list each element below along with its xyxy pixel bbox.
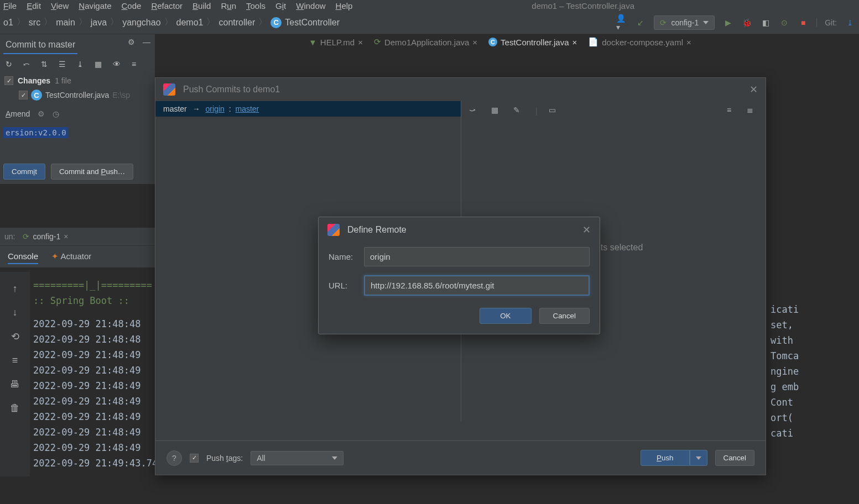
toolbar: o1〉 src〉 main〉 java〉 yangchao〉 demo1〉 co… bbox=[0, 11, 859, 34]
print-icon[interactable]: 🖶 bbox=[10, 379, 20, 390]
coverage-icon[interactable]: ◧ bbox=[760, 17, 771, 28]
define-remote-dialog: Define Remote ✕ Name: URL: OK Cancel bbox=[318, 217, 600, 334]
editor-tabs: ▼HELP.md× ⟳Demo1Application.java× CTestC… bbox=[303, 34, 697, 50]
update-project-icon[interactable]: ⤓ bbox=[845, 17, 856, 28]
wrap-icon[interactable]: ⟲ bbox=[11, 330, 19, 343]
tab-demo1app[interactable]: ⟳Demo1Application.java× bbox=[368, 35, 483, 49]
menu-tools[interactable]: Tools bbox=[246, 1, 265, 11]
debug-icon[interactable]: 🐞 bbox=[741, 17, 752, 28]
version-text: ersion:v2.0.0 bbox=[3, 127, 69, 138]
changelist-icon[interactable]: ☰ bbox=[59, 60, 66, 69]
menu-help[interactable]: Help bbox=[336, 1, 353, 11]
close-icon[interactable]: ✕ bbox=[749, 83, 758, 96]
close-icon[interactable]: × bbox=[358, 38, 363, 47]
name-label: Name: bbox=[329, 252, 357, 261]
changes-checkbox[interactable]: ✓ bbox=[4, 76, 13, 85]
stop-icon[interactable]: ■ bbox=[798, 17, 809, 28]
class-file-icon: C bbox=[31, 90, 42, 101]
run-config-selector[interactable]: ⟳ config-1 bbox=[654, 15, 715, 30]
console-tab[interactable]: Console bbox=[8, 249, 38, 264]
down-icon[interactable]: ↓ bbox=[13, 307, 18, 318]
tab-docker[interactable]: 📄docker-compose.yaml× bbox=[582, 35, 696, 49]
commit-button[interactable]: Commit bbox=[3, 164, 45, 180]
rollback-icon[interactable]: ⤺ bbox=[23, 60, 30, 69]
commit-push-button[interactable]: Commit and Push… bbox=[51, 164, 133, 180]
up-icon[interactable]: ↑ bbox=[13, 283, 18, 295]
hammer-icon[interactable]: ↙ bbox=[635, 17, 646, 28]
remote-branch-link[interactable]: master bbox=[236, 104, 259, 113]
group-icon[interactable]: ▦ bbox=[491, 106, 502, 117]
file-checkbox[interactable]: ✓ bbox=[19, 91, 28, 99]
name-input[interactable] bbox=[364, 247, 590, 266]
console-gutter: ↑ ↓ ⟲ ≡ 🖶 🗑 bbox=[0, 272, 30, 476]
cancel-button[interactable]: Cancel bbox=[715, 450, 755, 466]
close-icon[interactable]: × bbox=[472, 38, 477, 47]
push-tags-select[interactable]: All bbox=[251, 451, 343, 465]
close-icon[interactable]: × bbox=[686, 38, 691, 47]
expand-all-icon[interactable]: ≡ bbox=[727, 106, 738, 117]
menu-code[interactable]: Code bbox=[122, 1, 142, 11]
breadcrumb[interactable]: o1〉 src〉 main〉 java〉 yangchao〉 demo1〉 co… bbox=[3, 17, 340, 28]
menu-refactor[interactable]: Refactor bbox=[151, 1, 183, 11]
class-icon: C bbox=[270, 17, 282, 28]
menu-edit[interactable]: Edit bbox=[27, 1, 41, 11]
menu-build[interactable]: Build bbox=[192, 1, 211, 11]
history-icon[interactable]: ◷ bbox=[53, 109, 59, 118]
user-icon[interactable]: 👤▾ bbox=[616, 17, 627, 28]
branch-row[interactable]: master → origin : master bbox=[155, 101, 461, 117]
define-remote-title-bar[interactable]: Define Remote ✕ bbox=[319, 217, 600, 243]
menu-file[interactable]: FFileile bbox=[3, 1, 17, 11]
cherry-pick-icon[interactable]: ⤻ bbox=[469, 106, 480, 117]
preview-icon[interactable]: ▭ bbox=[549, 106, 560, 117]
url-input[interactable] bbox=[364, 275, 590, 296]
intellij-icon bbox=[327, 224, 340, 236]
ok-button[interactable]: OK bbox=[480, 308, 531, 324]
menu-view[interactable]: View bbox=[51, 1, 69, 11]
amend-label[interactable]: Amend bbox=[6, 109, 30, 118]
commit-panel: Commit to master ⚙ — ↻ ⤺ ⇅ ☰ ⤓ ▦ 👁 ≡ ✓ C… bbox=[0, 34, 155, 184]
clear-icon[interactable]: 🗑 bbox=[10, 402, 20, 414]
gear-icon[interactable]: ⚙ bbox=[128, 38, 135, 46]
push-tags-checkbox[interactable]: ✓ bbox=[190, 454, 199, 463]
menu-window[interactable]: Window bbox=[296, 1, 325, 11]
git-label: Git: bbox=[816, 18, 837, 27]
changes-row[interactable]: ✓ Changes 1 file bbox=[3, 74, 152, 87]
group-icon[interactable]: ▦ bbox=[95, 60, 102, 69]
window-title: demo1 – TestController.java bbox=[532, 1, 634, 11]
close-icon[interactable]: × bbox=[572, 38, 577, 47]
diff-icon[interactable]: ⇅ bbox=[41, 60, 48, 69]
push-button-dropdown[interactable] bbox=[690, 450, 707, 466]
menu-git[interactable]: Git bbox=[275, 1, 286, 11]
push-dialog-title-bar[interactable]: Push Commits to demo1 ✕ bbox=[155, 78, 766, 101]
profile-icon[interactable]: ⊙ bbox=[779, 17, 790, 28]
console-right-fragment: icati set, with Tomca ngine g emb Cont o… bbox=[771, 302, 859, 441]
edit-icon[interactable]: ✎ bbox=[513, 106, 524, 117]
expand-icon[interactable]: ≡ bbox=[132, 60, 136, 69]
actuator-tab[interactable]: ✦ Actuator bbox=[51, 249, 91, 264]
close-icon[interactable]: × bbox=[64, 232, 68, 241]
refresh-icon[interactable]: ↻ bbox=[6, 60, 12, 69]
collapse-all-icon[interactable]: ≣ bbox=[747, 106, 758, 117]
close-icon[interactable]: ✕ bbox=[582, 224, 591, 236]
push-button[interactable]: Push bbox=[641, 450, 689, 466]
file-row[interactable]: ✓ C TestController.java E:\sp bbox=[3, 87, 152, 103]
chevron-down-icon bbox=[703, 21, 709, 24]
tab-testcontroller[interactable]: CTestController.java× bbox=[483, 35, 582, 49]
show-diff-icon[interactable]: 👁 bbox=[113, 60, 121, 69]
cancel-button[interactable]: Cancel bbox=[539, 308, 590, 324]
menu-bar: FFileile Edit View Navigate Code Refacto… bbox=[0, 0, 859, 11]
chevron-down-icon bbox=[332, 456, 337, 460]
remote-link[interactable]: origin bbox=[206, 104, 225, 113]
url-label: URL: bbox=[329, 281, 357, 290]
run-config-tab[interactable]: ⟳ config-1 × bbox=[19, 231, 71, 242]
run-icon[interactable]: ▶ bbox=[722, 17, 733, 28]
scroll-icon[interactable]: ≡ bbox=[12, 355, 18, 366]
menu-run[interactable]: Run bbox=[221, 1, 236, 11]
help-icon[interactable]: ? bbox=[166, 450, 182, 466]
gear-icon[interactable]: ⚙ bbox=[38, 109, 45, 118]
minimize-icon[interactable]: — bbox=[143, 38, 150, 46]
tab-help[interactable]: ▼HELP.md× bbox=[303, 35, 368, 49]
class-icon: C bbox=[488, 38, 497, 46]
shelve-icon[interactable]: ⤓ bbox=[77, 60, 84, 69]
menu-navigate[interactable]: Navigate bbox=[79, 1, 111, 11]
